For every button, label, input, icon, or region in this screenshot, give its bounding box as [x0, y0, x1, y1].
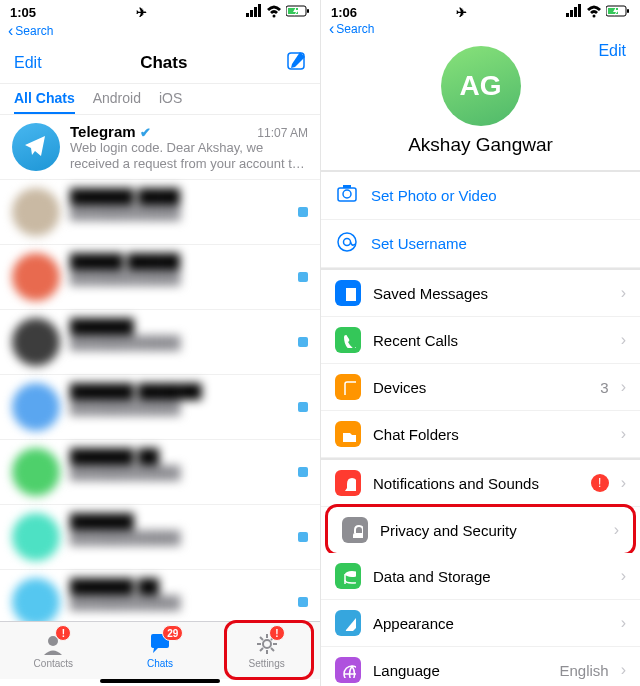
home-indicator: [100, 679, 220, 683]
chat-row[interactable]: ██████████████████: [0, 505, 320, 570]
row-label: Privacy and Security: [380, 522, 517, 539]
camera-icon: [335, 182, 359, 209]
bell-icon: [335, 470, 361, 496]
tab-android[interactable]: Android: [93, 90, 141, 114]
unread-indicator: [298, 532, 308, 542]
chat-row[interactable]: ██████ ██████████████: [0, 570, 320, 621]
chat-row[interactable]: ██████ ██████████████: [0, 440, 320, 505]
status-time: 1:05: [10, 5, 36, 20]
chat-content: ██████ ██████████████: [70, 578, 284, 621]
chats-screen: 1:05 ✈︎ ‹ Search Edit Chats All Chats An…: [0, 0, 320, 686]
row-value: English: [559, 662, 608, 679]
chevron-right-icon: ›: [621, 614, 626, 632]
set-photo-row[interactable]: Set Photo or Video: [321, 172, 640, 220]
chat-preview: ████████████: [70, 400, 284, 416]
settings-row-appearance[interactable]: Appearance›: [321, 600, 640, 647]
tabbar-chats[interactable]: 29 Chats: [107, 622, 214, 679]
status-bar: 1:06 ✈︎: [321, 0, 640, 20]
edit-button[interactable]: Edit: [598, 42, 626, 60]
chats-label: Chats: [147, 658, 173, 669]
chevron-right-icon: ›: [621, 378, 626, 396]
chats-badge: 29: [162, 625, 183, 641]
chat-row[interactable]: ██████ ████████████████: [0, 180, 320, 245]
wifi-icon: [586, 4, 602, 21]
edit-button[interactable]: Edit: [14, 54, 42, 72]
chevron-right-icon: ›: [621, 567, 626, 585]
profile-name: Akshay Gangwar: [408, 134, 553, 156]
phone-icon: [335, 327, 361, 353]
chat-name: ██████: [70, 318, 134, 335]
unread-indicator: [298, 337, 308, 347]
row-label: Notifications and Sounds: [373, 475, 539, 492]
chevron-right-icon: ›: [621, 331, 626, 349]
set-username-row[interactable]: Set Username: [321, 220, 640, 268]
settings-row-notifications-and-sounds[interactable]: Notifications and Sounds!›: [321, 460, 640, 507]
status-bar: 1:05 ✈︎: [0, 0, 320, 20]
chats-header: Edit Chats: [0, 42, 320, 84]
compose-button[interactable]: [286, 51, 306, 75]
chat-avatar: [12, 318, 60, 366]
verified-icon: ✔︎: [140, 125, 151, 140]
chat-row[interactable]: █████ █████████████████: [0, 245, 320, 310]
chat-name: Telegram ✔︎: [70, 123, 151, 140]
chat-filter-tabs: All Chats Android iOS: [0, 84, 320, 115]
chat-preview: ████████████: [70, 270, 284, 286]
settings-row-language[interactable]: LanguageEnglish›: [321, 647, 640, 686]
unread-indicator: [298, 272, 308, 282]
chat-name: ██████: [70, 513, 134, 530]
search-label: Search: [336, 22, 374, 36]
contacts-badge: !: [55, 625, 71, 641]
settings-row-data-and-storage[interactable]: Data and Storage›: [321, 553, 640, 600]
battery-icon: [286, 4, 310, 21]
chevron-right-icon: ›: [621, 284, 626, 302]
chat-content: █████ █████████████████: [70, 253, 284, 301]
chevron-right-icon: ›: [621, 661, 626, 679]
chat-row[interactable]: Telegram ✔︎11:07 AMWeb login code. Dear …: [0, 115, 320, 180]
chat-row[interactable]: ██████████████████: [0, 310, 320, 375]
row-label: Chat Folders: [373, 426, 459, 443]
chat-list[interactable]: Telegram ✔︎11:07 AMWeb login code. Dear …: [0, 115, 320, 621]
battery-icon: [606, 4, 630, 21]
row-label: Language: [373, 662, 440, 679]
set-username-label: Set Username: [371, 235, 467, 252]
settings-row-privacy-and-security[interactable]: Privacy and Security›: [325, 504, 636, 556]
chat-name: ██████ ██: [70, 448, 159, 465]
location-icon: ✈︎: [136, 5, 147, 20]
unread-indicator: [298, 597, 308, 607]
profile-header: Edit AG Akshay Gangwar: [321, 38, 640, 170]
at-icon: [335, 230, 359, 257]
chat-avatar: [12, 188, 60, 236]
unread-indicator: [298, 402, 308, 412]
tabbar-contacts[interactable]: ! Contacts: [0, 622, 107, 679]
row-value: 3: [600, 379, 608, 396]
alert-icon: !: [591, 474, 609, 492]
chat-row[interactable]: ██████ ██████████████████: [0, 375, 320, 440]
device-icon: [335, 374, 361, 400]
chat-avatar: [12, 578, 60, 621]
settings-row-saved-messages[interactable]: Saved Messages›: [321, 270, 640, 317]
chat-preview: ████████████: [70, 205, 284, 221]
chat-avatar: [12, 253, 60, 301]
page-title: Chats: [140, 53, 187, 73]
chat-name: ██████ ██: [70, 578, 159, 595]
chat-name: ██████ ████: [70, 188, 180, 205]
chat-content: ██████████████████: [70, 513, 284, 561]
set-photo-label: Set Photo or Video: [371, 187, 497, 204]
settings-row-devices[interactable]: Devices3›: [321, 364, 640, 411]
search-label: Search: [15, 24, 53, 38]
lock-icon: [342, 517, 368, 543]
tabbar-settings[interactable]: ! Settings: [213, 622, 320, 679]
location-icon: ✈︎: [456, 5, 467, 20]
settings-group-1: Saved Messages›Recent Calls›Devices3›Cha…: [321, 270, 640, 458]
back-search[interactable]: ‹ Search: [321, 20, 640, 38]
chevron-right-icon: ›: [621, 425, 626, 443]
chat-preview: Web login code. Dear Akshay, we received…: [70, 140, 308, 171]
row-label: Saved Messages: [373, 285, 488, 302]
tab-ios[interactable]: iOS: [159, 90, 182, 114]
chat-name: ██████ ██████: [70, 383, 202, 400]
settings-row-chat-folders[interactable]: Chat Folders›: [321, 411, 640, 458]
profile-avatar[interactable]: AG: [441, 46, 521, 126]
back-search[interactable]: ‹ Search: [0, 20, 320, 42]
settings-row-recent-calls[interactable]: Recent Calls›: [321, 317, 640, 364]
tab-all-chats[interactable]: All Chats: [14, 90, 75, 114]
